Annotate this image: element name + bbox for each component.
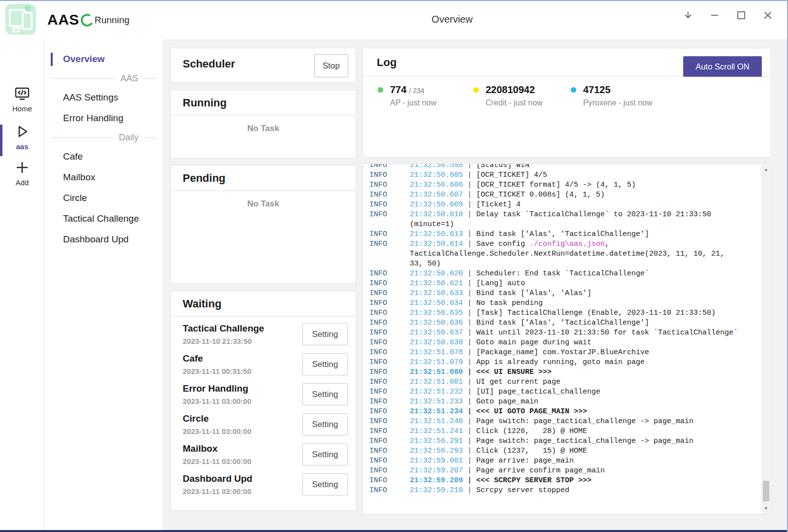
status-label: Running bbox=[95, 15, 130, 26]
log-level: INFO bbox=[369, 308, 410, 318]
sidebar-item-circle[interactable]: Circle bbox=[45, 188, 163, 208]
log-output-card[interactable]: INFO21:32:50.598 | [Status] WININFO21:32… bbox=[362, 164, 771, 514]
task-next-run: 2023-11-11 03:00:00 bbox=[183, 397, 251, 405]
log-row: INFO21:32:50.633 | Bind task ['Alas', 'A… bbox=[369, 289, 771, 299]
log-message: 21:32:51.240 | Page switch: page_tactica… bbox=[410, 417, 693, 427]
sidebar-item-tactical-challenge[interactable]: Tactical Challenge bbox=[45, 208, 163, 229]
log-timestamp: 21:32:50.614 bbox=[410, 240, 463, 248]
scroll-up-icon[interactable]: ▲ bbox=[762, 167, 770, 172]
log-row: INFO21:32:51.240 | Page switch: page_tac… bbox=[369, 417, 771, 427]
log-row: INFO21:32:50.606 | [OCR_TICKET format] 4… bbox=[369, 180, 771, 190]
minimize-icon[interactable] bbox=[701, 4, 728, 27]
log-timestamp: 21:32:50.636 bbox=[410, 319, 463, 327]
log-message: 21:32:51.080 | <<< UI ENSURE >>> bbox=[410, 367, 552, 377]
log-message: 21:32:50.609 | [Ticket] 4 bbox=[410, 200, 521, 210]
sidebar: OverviewAASAAS SettingsError HandlingDai… bbox=[45, 39, 163, 532]
task-setting-button[interactable]: Setting bbox=[302, 473, 348, 496]
task-setting-button[interactable]: Setting bbox=[302, 353, 348, 375]
log-separator: | bbox=[463, 358, 476, 366]
rail-item-home[interactable]: Home bbox=[0, 86, 44, 113]
log-timestamp: 21:32:50.605 bbox=[410, 171, 463, 179]
waiting-task-row: Cafe2023-11-11 00:31:50Setting bbox=[171, 352, 356, 382]
sidebar-section-divider: Daily bbox=[45, 129, 163, 146]
log-row: INFO21:32:56.293 | Click (1237, 15) @ HO… bbox=[369, 446, 771, 456]
sidebar-item-mailbox[interactable]: Mailbox bbox=[45, 167, 163, 188]
log-row: INFO21:32:59.210 | Scrcpy server stopped bbox=[369, 486, 771, 496]
divider-line bbox=[51, 137, 114, 138]
sidebar-item-error-handling[interactable]: Error Handling bbox=[45, 108, 163, 129]
task-setting-button[interactable]: Setting bbox=[302, 443, 348, 466]
log-text: UI get current page bbox=[476, 378, 560, 386]
auto-scroll-button[interactable]: Auto Scroll ON bbox=[683, 56, 762, 77]
log-separator: | bbox=[463, 329, 476, 337]
stop-button[interactable]: Stop bbox=[314, 54, 348, 77]
sidebar-item-overview[interactable]: Overview bbox=[45, 49, 163, 69]
log-row: INFO21:32:51.241 | Click (1226, 28) @ HO… bbox=[369, 427, 771, 436]
log-message: 21:32:50.610 | Delay task `TacticalChall… bbox=[410, 210, 711, 220]
log-timestamp: 21:32:51.241 bbox=[410, 427, 463, 435]
task-name: Tactical Challenge bbox=[183, 323, 264, 334]
log-message: 21:32:50.614 | Save config ./config\aas.… bbox=[410, 239, 609, 249]
log-timestamp: 21:32:51.079 bbox=[410, 358, 463, 366]
log-level: INFO bbox=[369, 269, 410, 279]
log-message: 21:32:50.598 | [Status] WIN bbox=[410, 164, 529, 170]
log-message: 21:32:50.621 | [Lang] auto bbox=[410, 279, 525, 289]
log-row: INFO21:32:59.001 | Page arrive: page_mai… bbox=[369, 456, 771, 466]
stat-value-row: 47125 bbox=[583, 84, 653, 97]
sidebar-item-dashboard-upd[interactable]: Dashboard Upd bbox=[45, 229, 163, 250]
log-message: 21:32:59.001 | Page arrive: page_main bbox=[410, 456, 574, 466]
log-row: INFO21:32:51.233 | Goto page_main bbox=[369, 397, 771, 407]
log-separator: | bbox=[463, 164, 476, 169]
task-name: Mailbox bbox=[183, 443, 218, 454]
divider-line bbox=[143, 78, 157, 79]
log-message-continuation: (minute=1) bbox=[410, 220, 454, 230]
log-text: Scheduler: End task `TacticalChallenge` bbox=[476, 269, 649, 278]
log-level: INFO bbox=[369, 239, 410, 249]
log-row: INFO21:32:51.234 | <<< UI GOTO PAGE_MAIN… bbox=[369, 407, 771, 417]
sidebar-section-divider: AAS bbox=[45, 69, 163, 87]
task-next-run: 2023-11-11 03:00:00 bbox=[183, 427, 251, 435]
log-timestamp: 21:32:50.638 bbox=[410, 338, 463, 347]
waiting-task-row: Dashboard Upd2023-11-11 03:00:00Setting bbox=[171, 472, 356, 502]
task-setting-button[interactable]: Setting bbox=[302, 383, 348, 405]
log-separator: | bbox=[463, 309, 476, 317]
log-level: INFO bbox=[369, 417, 410, 427]
log-text: , bbox=[605, 240, 609, 248]
stat-value: 774 bbox=[390, 84, 406, 95]
download-icon[interactable] bbox=[675, 4, 701, 27]
log-timestamp: 21:32:50.613 bbox=[410, 230, 463, 238]
divider bbox=[171, 190, 356, 191]
log-separator: | bbox=[463, 240, 476, 248]
log-row: INFO21:32:50.637 | Wait until 2023-11-10… bbox=[369, 328, 771, 338]
log-text: <<< UI GOTO PAGE_MAIN >>> bbox=[476, 407, 587, 416]
task-setting-button[interactable]: Setting bbox=[302, 413, 348, 435]
log-level-spacer bbox=[369, 259, 410, 269]
log-timestamp: 21:32:50.598 bbox=[410, 164, 463, 169]
nav-rail: HomeaasAdd bbox=[0, 39, 45, 532]
log-timestamp: 21:32:50.610 bbox=[410, 210, 463, 219]
log-timestamp: 21:32:51.081 bbox=[410, 378, 463, 386]
scrollbar-thumb[interactable] bbox=[763, 481, 769, 501]
log-row-continuation: (minute=1) bbox=[369, 220, 771, 230]
sidebar-item-aas-settings[interactable]: AAS Settings bbox=[45, 87, 163, 108]
log-timestamp: 21:32:51.078 bbox=[410, 348, 463, 357]
log-separator: | bbox=[463, 378, 476, 386]
task-setting-button[interactable]: Setting bbox=[302, 323, 348, 345]
close-icon[interactable] bbox=[755, 4, 781, 27]
log-scrollbar[interactable]: ▲ ▼ bbox=[761, 165, 770, 513]
rail-item-aas[interactable]: aas bbox=[0, 123, 44, 151]
log-text: [OCR_TICKET 0.008s] (4, 1, 5) bbox=[476, 191, 605, 199]
stat-label: Credit - just now bbox=[486, 99, 543, 107]
log-separator: | bbox=[463, 299, 476, 307]
log-message: 21:32:56.291 | Page switch: page_tactica… bbox=[410, 436, 693, 446]
waiting-task-row: Error Handling2023-11-11 03:00:00Setting bbox=[171, 382, 356, 412]
sidebar-item-cafe[interactable]: Cafe bbox=[45, 146, 163, 167]
scroll-down-icon[interactable]: ▼ bbox=[762, 506, 770, 511]
log-level: INFO bbox=[369, 456, 410, 466]
log-message: 21:32:51.233 | Goto page_main bbox=[410, 397, 538, 407]
log-message: 21:32:51.234 | <<< UI GOTO PAGE_MAIN >>> bbox=[410, 407, 587, 417]
log-message: 21:32:50.613 | Bind task ['Alas', 'Tacti… bbox=[410, 230, 649, 239]
main-content: Scheduler Stop Running No Task Pending N… bbox=[164, 39, 788, 532]
rail-item-add[interactable]: Add bbox=[0, 159, 44, 187]
maximize-icon[interactable] bbox=[728, 4, 755, 27]
